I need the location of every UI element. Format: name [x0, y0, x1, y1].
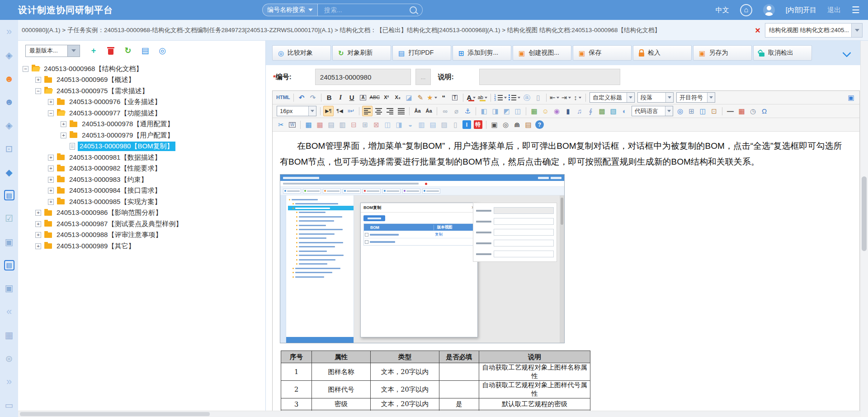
tree-node-label[interactable]: 240513-0000978【通用配置】 [80, 119, 175, 129]
font-size-select[interactable]: 16px [277, 106, 316, 116]
layers-icon[interactable]: ⊡ [4, 143, 14, 154]
align-left-icon[interactable] [362, 106, 373, 116]
float-right-icon[interactable]: ◨ [490, 106, 500, 116]
dropdown-caret-icon[interactable] [665, 106, 673, 116]
view-selector-caret[interactable] [851, 24, 862, 37]
tree-collapse-icon[interactable]: − [48, 110, 54, 116]
redo-icon[interactable]: ↷ [308, 92, 318, 103]
cancel-checkout-button[interactable]: 取消检出 [753, 45, 812, 61]
view-selector-dropdown[interactable]: 结构化视图 结构化文档:2405... [765, 23, 863, 38]
custom-heading-select[interactable]: 自定义标题 [590, 92, 635, 103]
text-wrap-icon[interactable]: ≡↵ [346, 106, 356, 116]
tree-node[interactable]: +240513-0000981【数据描述】 [22, 152, 265, 163]
print-pdf-button[interactable]: ▤打印PDF [392, 45, 451, 61]
description-field[interactable] [479, 69, 620, 85]
new-document-icon[interactable]: ▤ [141, 46, 150, 55]
line-spacing-icon[interactable]: ↕ [572, 92, 583, 103]
compare-object-button[interactable]: ◎比较对象 [272, 45, 331, 61]
insert-column-icon[interactable]: ⊞ [360, 119, 370, 130]
style-tag-icon[interactable]: I [462, 119, 472, 130]
superscript-icon[interactable]: X² [381, 92, 392, 103]
font-color-icon[interactable]: A [466, 92, 476, 103]
tree-expand-icon[interactable]: + [35, 243, 41, 249]
delete-icon[interactable] [106, 46, 115, 55]
code-block-icon[interactable]: ◎ [675, 106, 685, 116]
help-icon[interactable]: ? [534, 119, 545, 130]
tree-node-label[interactable]: 240513-0000980【BOM复制】 [78, 142, 175, 151]
tree-node-label[interactable]: 240513-0000981【数据描述】 [67, 153, 163, 162]
tree-expand-icon[interactable]: + [35, 232, 41, 238]
auto-number-icon[interactable]: ⓐ [522, 92, 532, 103]
tree-node-label[interactable]: 240513-0000979【用户配置】 [80, 131, 175, 140]
version-dropdown-caret[interactable] [68, 45, 80, 57]
tree-node-label[interactable]: 240513-0000988【评审注意事项】 [55, 230, 164, 240]
tree-node[interactable]: +240513-0000987【测试要点及典型样例】 [22, 218, 265, 230]
unlink-icon[interactable]: ⌀ [451, 106, 462, 116]
merge-cells-icon[interactable]: ◫ [382, 119, 393, 130]
search-document-icon[interactable]: ◎ [158, 46, 167, 55]
tree-node[interactable]: +240513-0000983【约束】 [22, 174, 265, 185]
delete-cells-icon[interactable]: ⊠ [371, 119, 382, 130]
eraser-icon[interactable]: ◪ [404, 92, 414, 103]
image-map-icon[interactable]: ▩ [597, 106, 607, 116]
print-icon[interactable]: ▣ [489, 119, 500, 130]
monitor-settings-icon[interactable]: ▣ [4, 237, 14, 247]
italic-icon[interactable]: I [335, 92, 346, 103]
new-page-icon[interactable]: ▯ [533, 92, 543, 103]
special-char-icon[interactable]: 特 [473, 119, 483, 130]
monitor-settings-icon-2[interactable]: ▣ [4, 283, 14, 294]
tree-node[interactable]: +240513-0000978【通用配置】 [22, 119, 265, 130]
insert-row-icon[interactable]: ⊟ [349, 119, 359, 130]
user-avatar-icon[interactable] [763, 4, 775, 16]
tree-node[interactable]: +240513-0000985【实现方案】 [22, 196, 265, 208]
expand-right-icon-2[interactable]: » [4, 376, 14, 387]
tree-expand-icon[interactable]: + [48, 199, 54, 205]
tree-node[interactable]: +240513-0000988【评审注意事项】 [22, 230, 265, 241]
search-input[interactable] [323, 6, 402, 14]
absolute-position-icon[interactable]: ◩ [501, 106, 512, 116]
first-line-indent-icon[interactable]: ⇤ [549, 92, 560, 103]
char-border-icon[interactable]: A [358, 92, 368, 103]
tree-node-label[interactable]: 240513-0000975【需求描述】 [55, 86, 150, 96]
refresh-icon[interactable]: ↻ [123, 46, 132, 55]
float-left-icon[interactable]: ◧ [479, 106, 489, 116]
unordered-list-icon[interactable] [508, 92, 521, 103]
document-list-icon[interactable]: ▤ [4, 190, 14, 200]
video-icon[interactable]: ▮ [563, 106, 573, 116]
tree-node-label[interactable]: 240513-0000983【约束】 [67, 175, 149, 185]
tree-expand-icon[interactable]: + [61, 121, 66, 127]
table-style-icon[interactable]: ▨ [439, 119, 449, 130]
strikethrough-icon[interactable]: ABC [369, 92, 381, 103]
clear-float-icon[interactable]: ◫ [513, 106, 523, 116]
tree-node-label[interactable]: 240513-0000985【实现方案】 [67, 197, 163, 207]
home-icon[interactable]: ⌂ [740, 4, 752, 16]
split-horizontal-icon[interactable]: ▥ [416, 119, 427, 130]
fullscreen-icon[interactable]: ▣ [846, 92, 856, 103]
document-list-icon-2[interactable]: ▤ [4, 260, 14, 270]
tree-node-label[interactable]: 240513-0000989【其它】 [55, 242, 137, 251]
omega-symbol-icon[interactable]: Ω [759, 106, 769, 116]
tree-expand-icon[interactable]: + [35, 210, 41, 216]
insert-table-icon[interactable]: ▦ [303, 119, 314, 130]
layout-columns-icon[interactable]: ◫ [698, 106, 708, 116]
tree-node[interactable]: +240513-0000976【业务描述】 [22, 97, 265, 108]
horizontal-rule-icon[interactable]: — [725, 106, 736, 116]
word-import-icon[interactable]: W [287, 119, 297, 130]
align-center-icon[interactable] [373, 106, 384, 116]
page-properties-icon[interactable]: ▯ [450, 119, 461, 130]
create-view-button[interactable]: ▣创建视图... [513, 45, 571, 61]
lowercase-icon[interactable]: Áa [424, 106, 434, 116]
dropdown-caret-icon[interactable] [707, 93, 715, 102]
tree-node[interactable]: −240513-0000975【需求描述】 [22, 85, 265, 97]
paragraph-format-select[interactable]: 段落 [637, 92, 674, 103]
tree-node-label[interactable]: 240513-0000968【结构化文档】 [42, 64, 144, 74]
tree-node[interactable]: +240513-0000979【用户配置】 [22, 130, 265, 141]
save-as-button[interactable]: ▣另存为 [693, 45, 752, 61]
merge-right-icon[interactable]: ◨ [394, 119, 404, 130]
tree-expand-icon[interactable]: + [35, 77, 41, 83]
tree-node-label[interactable]: 240513-0000976【业务描述】 [67, 97, 163, 107]
emoticon-icon[interactable]: ☺ [540, 106, 551, 116]
tree-node[interactable]: −240513-0000968【结构化文档】 [22, 63, 265, 75]
check-in-button[interactable]: 检入 [633, 45, 692, 61]
tree-node-label[interactable]: 240513-0000987【测试要点及典型样例】 [55, 219, 184, 229]
